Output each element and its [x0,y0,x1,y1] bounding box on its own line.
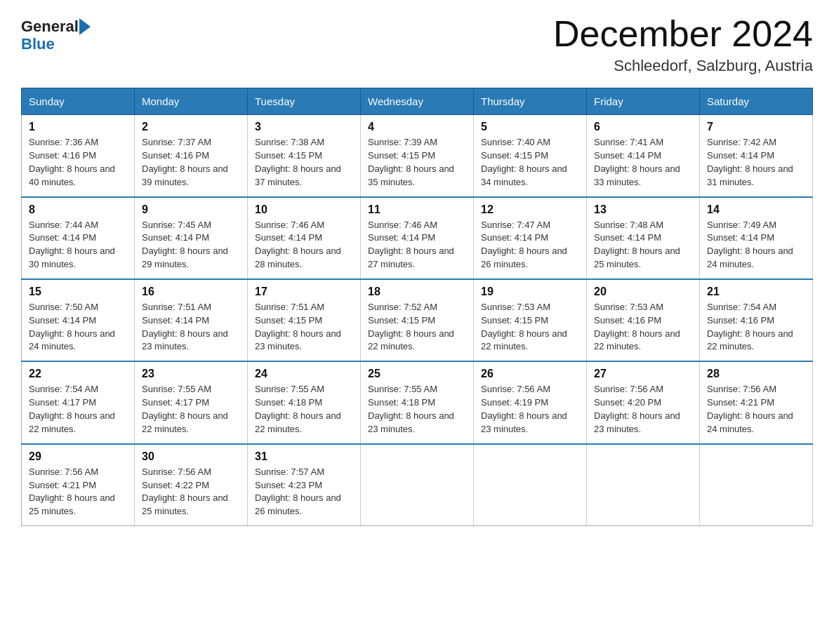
day-cell: 26 Sunrise: 7:56 AM Sunset: 4:19 PM Dayl… [474,361,587,443]
logo-arrow-icon [79,18,91,35]
day-number: 22 [29,368,127,380]
day-number: 6 [594,121,692,133]
day-number: 11 [368,203,466,216]
day-info: Sunrise: 7:39 AM Sunset: 4:15 PM Dayligh… [368,136,466,189]
weekday-header-row: SundayMondayTuesdayWednesdayThursdayFrid… [22,88,813,115]
day-number: 28 [707,368,805,380]
day-info: Sunrise: 7:55 AM Sunset: 4:18 PM Dayligh… [255,383,353,436]
weekday-header-wednesday: Wednesday [361,88,474,115]
day-number: 8 [29,203,127,216]
day-cell: 31 Sunrise: 7:57 AM Sunset: 4:23 PM Dayl… [248,444,361,526]
day-cell: 11 Sunrise: 7:46 AM Sunset: 4:14 PM Dayl… [361,197,474,279]
day-cell: 3 Sunrise: 7:38 AM Sunset: 4:15 PM Dayli… [248,115,361,197]
day-number: 2 [142,121,240,133]
day-number: 14 [707,203,805,216]
day-info: Sunrise: 7:52 AM Sunset: 4:15 PM Dayligh… [368,301,466,354]
day-info: Sunrise: 7:50 AM Sunset: 4:14 PM Dayligh… [29,301,127,354]
week-row-4: 22 Sunrise: 7:54 AM Sunset: 4:17 PM Dayl… [22,361,813,443]
day-number: 10 [255,203,353,216]
day-number: 25 [368,368,466,380]
day-info: Sunrise: 7:41 AM Sunset: 4:14 PM Dayligh… [594,136,692,189]
day-info: Sunrise: 7:55 AM Sunset: 4:17 PM Dayligh… [142,383,240,436]
day-cell: 29 Sunrise: 7:56 AM Sunset: 4:21 PM Dayl… [22,444,135,526]
day-info: Sunrise: 7:36 AM Sunset: 4:16 PM Dayligh… [29,136,127,189]
day-info: Sunrise: 7:56 AM Sunset: 4:21 PM Dayligh… [29,466,127,518]
title-block: December 2024 Schleedorf, Salzburg, Aust… [553,14,813,75]
day-number: 5 [481,121,579,133]
weekday-header-sunday: Sunday [22,88,135,115]
day-info: Sunrise: 7:51 AM Sunset: 4:15 PM Dayligh… [255,301,353,354]
day-cell: 1 Sunrise: 7:36 AM Sunset: 4:16 PM Dayli… [22,115,135,197]
day-info: Sunrise: 7:48 AM Sunset: 4:14 PM Dayligh… [594,219,692,271]
day-cell: 21 Sunrise: 7:54 AM Sunset: 4:16 PM Dayl… [700,279,813,361]
day-info: Sunrise: 7:54 AM Sunset: 4:16 PM Dayligh… [707,301,805,354]
day-number: 9 [142,203,240,216]
day-info: Sunrise: 7:56 AM Sunset: 4:21 PM Dayligh… [707,383,805,436]
location-title: Schleedorf, Salzburg, Austria [553,57,813,75]
day-cell: 18 Sunrise: 7:52 AM Sunset: 4:15 PM Dayl… [361,279,474,361]
logo-general-text: General [21,19,79,34]
day-cell: 9 Sunrise: 7:45 AM Sunset: 4:14 PM Dayli… [135,197,248,279]
day-info: Sunrise: 7:38 AM Sunset: 4:15 PM Dayligh… [255,136,353,189]
day-number: 30 [142,450,240,463]
day-info: Sunrise: 7:54 AM Sunset: 4:17 PM Dayligh… [29,383,127,436]
day-number: 1 [29,121,127,133]
day-number: 19 [481,286,579,298]
day-number: 26 [481,368,579,380]
calendar-table: SundayMondayTuesdayWednesdayThursdayFrid… [21,88,813,526]
day-cell: 14 Sunrise: 7:49 AM Sunset: 4:14 PM Dayl… [700,197,813,279]
day-cell: 25 Sunrise: 7:55 AM Sunset: 4:18 PM Dayl… [361,361,474,443]
day-cell: 4 Sunrise: 7:39 AM Sunset: 4:15 PM Dayli… [361,115,474,197]
day-info: Sunrise: 7:56 AM Sunset: 4:22 PM Dayligh… [142,466,240,518]
day-cell: 22 Sunrise: 7:54 AM Sunset: 4:17 PM Dayl… [22,361,135,443]
day-cell [474,444,587,526]
day-cell: 17 Sunrise: 7:51 AM Sunset: 4:15 PM Dayl… [248,279,361,361]
day-info: Sunrise: 7:49 AM Sunset: 4:14 PM Dayligh… [707,219,805,271]
day-cell: 2 Sunrise: 7:37 AM Sunset: 4:16 PM Dayli… [135,115,248,197]
month-title: December 2024 [553,14,813,54]
day-cell [361,444,474,526]
day-cell: 6 Sunrise: 7:41 AM Sunset: 4:14 PM Dayli… [587,115,700,197]
day-cell: 20 Sunrise: 7:53 AM Sunset: 4:16 PM Dayl… [587,279,700,361]
day-number: 13 [594,203,692,216]
day-number: 29 [29,450,127,463]
day-cell: 7 Sunrise: 7:42 AM Sunset: 4:14 PM Dayli… [700,115,813,197]
week-row-5: 29 Sunrise: 7:56 AM Sunset: 4:21 PM Dayl… [22,444,813,526]
weekday-header-tuesday: Tuesday [248,88,361,115]
weekday-header-saturday: Saturday [700,88,813,115]
day-info: Sunrise: 7:47 AM Sunset: 4:14 PM Dayligh… [481,219,579,271]
day-cell: 30 Sunrise: 7:56 AM Sunset: 4:22 PM Dayl… [135,444,248,526]
day-number: 24 [255,368,353,380]
day-info: Sunrise: 7:42 AM Sunset: 4:14 PM Dayligh… [707,136,805,189]
day-info: Sunrise: 7:37 AM Sunset: 4:16 PM Dayligh… [142,136,240,189]
day-info: Sunrise: 7:44 AM Sunset: 4:14 PM Dayligh… [29,219,127,271]
week-row-3: 15 Sunrise: 7:50 AM Sunset: 4:14 PM Dayl… [22,279,813,361]
day-info: Sunrise: 7:40 AM Sunset: 4:15 PM Dayligh… [481,136,579,189]
day-cell: 27 Sunrise: 7:56 AM Sunset: 4:20 PM Dayl… [587,361,700,443]
week-row-2: 8 Sunrise: 7:44 AM Sunset: 4:14 PM Dayli… [22,197,813,279]
day-cell: 15 Sunrise: 7:50 AM Sunset: 4:14 PM Dayl… [22,279,135,361]
day-cell: 12 Sunrise: 7:47 AM Sunset: 4:14 PM Dayl… [474,197,587,279]
day-number: 12 [481,203,579,216]
day-cell: 8 Sunrise: 7:44 AM Sunset: 4:14 PM Dayli… [22,197,135,279]
day-number: 31 [255,450,353,463]
day-cell [587,444,700,526]
day-number: 27 [594,368,692,380]
day-number: 3 [255,121,353,133]
day-cell: 24 Sunrise: 7:55 AM Sunset: 4:18 PM Dayl… [248,361,361,443]
logo: General Blue [21,14,91,53]
day-number: 16 [142,286,240,298]
day-cell: 13 Sunrise: 7:48 AM Sunset: 4:14 PM Dayl… [587,197,700,279]
logo-blue-text: Blue [21,35,55,53]
day-cell: 23 Sunrise: 7:55 AM Sunset: 4:17 PM Dayl… [135,361,248,443]
day-number: 15 [29,286,127,298]
day-number: 20 [594,286,692,298]
day-cell: 19 Sunrise: 7:53 AM Sunset: 4:15 PM Dayl… [474,279,587,361]
day-number: 18 [368,286,466,298]
week-row-1: 1 Sunrise: 7:36 AM Sunset: 4:16 PM Dayli… [22,115,813,197]
day-cell: 10 Sunrise: 7:46 AM Sunset: 4:14 PM Dayl… [248,197,361,279]
day-info: Sunrise: 7:45 AM Sunset: 4:14 PM Dayligh… [142,219,240,271]
day-info: Sunrise: 7:46 AM Sunset: 4:14 PM Dayligh… [255,219,353,271]
weekday-header-thursday: Thursday [474,88,587,115]
day-number: 4 [368,121,466,133]
